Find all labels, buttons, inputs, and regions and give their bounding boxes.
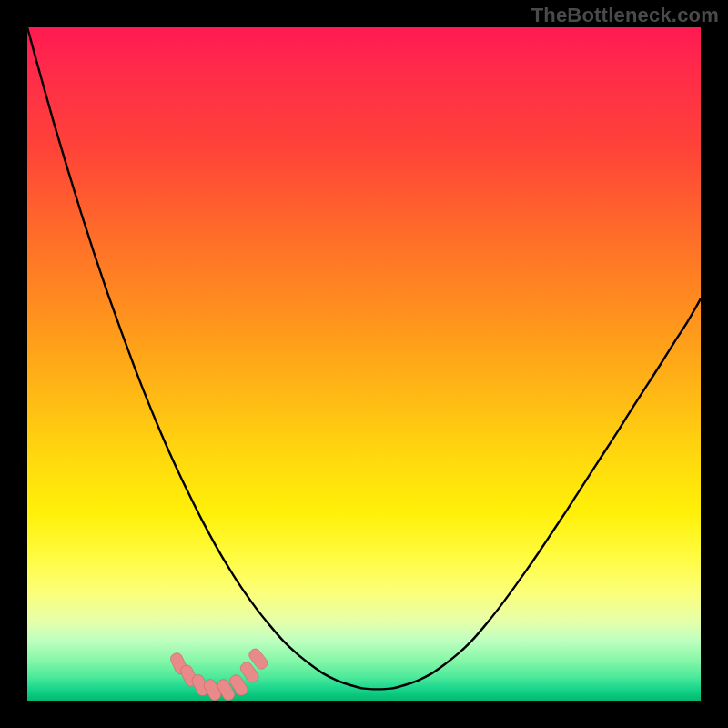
marker-layer	[27, 27, 701, 701]
plot-area	[27, 27, 701, 701]
watermark-text: TheBottleneck.com	[531, 4, 719, 27]
chart-frame: TheBottleneck.com	[0, 0, 728, 728]
